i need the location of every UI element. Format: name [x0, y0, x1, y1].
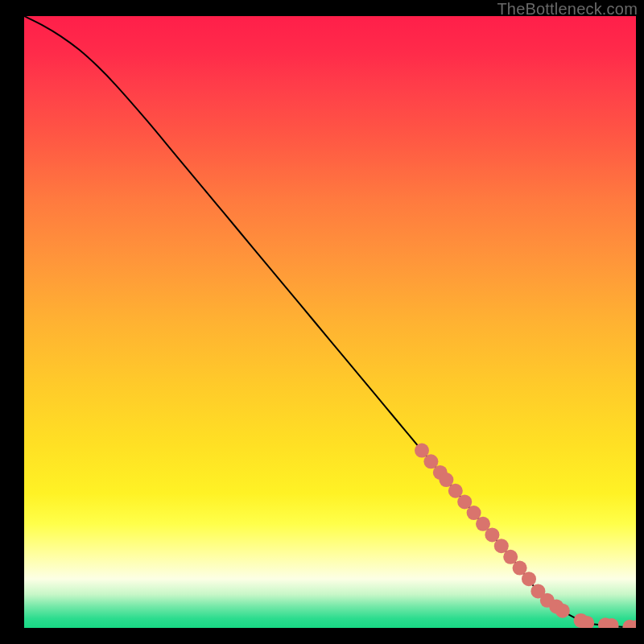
plot-area: [24, 16, 636, 628]
marker-dot: [522, 572, 536, 586]
marker-dot: [555, 604, 570, 618]
curve-layer: [24, 16, 636, 628]
chart-frame: TheBottleneck.com: [0, 0, 644, 644]
bottleneck-curve: [24, 16, 636, 627]
marker-points: [415, 444, 636, 628]
attribution-text: TheBottleneck.com: [497, 0, 638, 19]
